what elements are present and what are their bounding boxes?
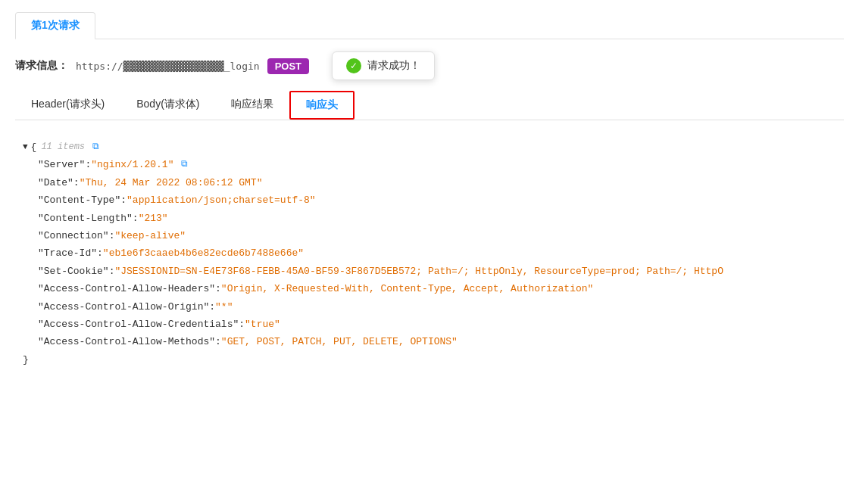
inner-tabs-bar: Header(请求头) Body(请求体) 响应结果 响应头 xyxy=(15,91,844,120)
json-viewer: ▼ { 11 items ⧉ "Server" : "nginx/1.20.1"… xyxy=(15,132,844,375)
json-entry-ac-allow-methods: "Access-Control-Allow-Methods" : "GET, P… xyxy=(23,333,844,350)
json-entry-set-cookie: "Set-Cookie" : "JSESSIONID=SN-E4E73F68-F… xyxy=(23,263,844,280)
json-entry-content-type: "Content-Type" : "application/json;chars… xyxy=(23,191,844,209)
json-close-brace: } xyxy=(23,354,29,366)
key-server: "Server" xyxy=(38,156,85,173)
json-entry-connection: "Connection" : "keep-alive" xyxy=(23,227,844,244)
json-entries: "Server" : "nginx/1.20.1" ⧉ "Date" : "Th… xyxy=(23,156,844,350)
request-info-row: 请求信息： https://▓▓▓▓▓▓▓▓▓▓▓▓▓▓▓▓▓_login PO… xyxy=(15,51,844,80)
top-tab-bar: 第1次请求 xyxy=(15,12,844,39)
toggle-arrow[interactable]: ▼ xyxy=(23,140,28,155)
json-entry-server: "Server" : "nginx/1.20.1" ⧉ xyxy=(23,156,844,173)
json-close-line: } xyxy=(23,351,844,369)
top-tab-first-request[interactable]: 第1次请求 xyxy=(15,12,95,39)
tab-response-header[interactable]: 响应头 xyxy=(289,91,355,120)
json-open-line: ▼ { 11 items ⧉ xyxy=(23,138,844,156)
tab-body[interactable]: Body(请求体) xyxy=(120,91,215,120)
json-entry-ac-allow-credentials: "Access-Control-Allow-Credentials" : "tr… xyxy=(23,316,844,333)
success-text: 请求成功！ xyxy=(367,59,420,73)
request-info-label: 请求信息： xyxy=(15,59,68,73)
request-url: https://▓▓▓▓▓▓▓▓▓▓▓▓▓▓▓▓▓_login xyxy=(76,61,260,72)
json-entry-content-length: "Content-Length" : "213" xyxy=(23,210,844,227)
success-popup: ✓ 请求成功！ xyxy=(332,51,435,80)
tab-header[interactable]: Header(请求头) xyxy=(15,91,120,120)
value-server: "nginx/1.20.1" xyxy=(91,156,173,173)
tab-response-result[interactable]: 响应结果 xyxy=(215,91,289,120)
json-entry-ac-allow-origin: "Access-Control-Allow-Origin" : "*" xyxy=(23,298,844,316)
main-container: 第1次请求 请求信息： https://▓▓▓▓▓▓▓▓▓▓▓▓▓▓▓▓▓_lo… xyxy=(0,0,859,387)
post-method-badge: POST xyxy=(267,58,309,74)
json-entry-ac-allow-headers: "Access-Control-Allow-Headers" : "Origin… xyxy=(23,280,844,297)
copy-all-icon[interactable]: ⧉ xyxy=(89,142,102,154)
json-entry-date: "Date" : "Thu, 24 Mar 2022 08:06:12 GMT" xyxy=(23,174,844,191)
items-count: 11 items xyxy=(41,139,85,156)
json-entry-trace-id: "Trace-Id" : "eb1e6f3caaeb4b6e82ecde6b74… xyxy=(23,244,844,262)
copy-server-icon[interactable]: ⧉ xyxy=(178,159,190,171)
json-open-brace: { xyxy=(31,138,37,156)
success-check-icon: ✓ xyxy=(346,58,361,73)
